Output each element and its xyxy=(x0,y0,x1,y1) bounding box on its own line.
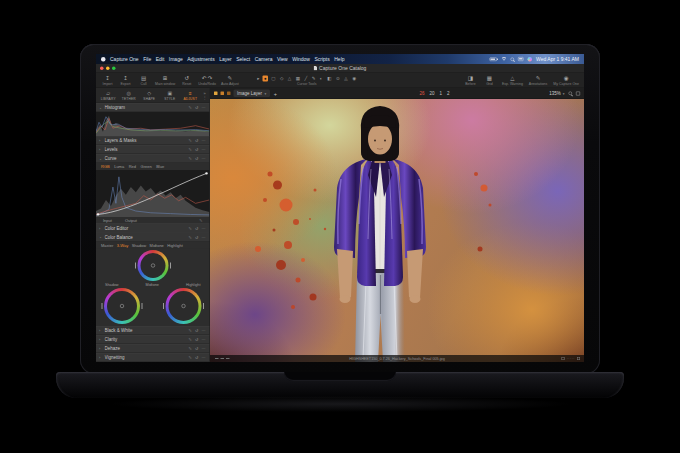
cursor-tool-icon[interactable]: ╱ xyxy=(303,75,309,81)
cursor-tool-icon[interactable]: ◇ xyxy=(278,75,284,81)
tool-tab[interactable]: ◇ Shape xyxy=(139,91,160,100)
curve-channel-tab[interactable]: Blue xyxy=(156,164,164,169)
panel-header-icons[interactable]: ✎ ↺ ⋯ xyxy=(189,105,207,110)
layer-selector[interactable]: Image Layer ▾ xyxy=(234,90,270,98)
zoom-level-control[interactable]: 135% ▾ xyxy=(549,91,564,96)
menu-item[interactable]: Camera xyxy=(255,56,273,62)
collapse-caret-icon[interactable]: ⌄ xyxy=(99,106,103,110)
toolbar-button[interactable]: ↺ Reset xyxy=(180,73,193,88)
menu-item[interactable]: Layer xyxy=(219,56,232,62)
panel-header-icons[interactable]: ✎ ↺ ⋯ xyxy=(189,346,207,351)
cursor-tool-icon[interactable]: ● xyxy=(262,75,268,81)
toolbar-button[interactable]: ✎ Auto Adjust xyxy=(221,73,239,88)
collapse-caret-icon[interactable]: › xyxy=(99,338,103,342)
tool-tab[interactable]: ≡ Adjust xyxy=(180,91,201,100)
toolbar-button[interactable]: ◉ My Capture One xyxy=(553,73,579,88)
panel-header-icons[interactable]: ✎ ↺ ⋯ xyxy=(189,138,207,143)
toolbar-button[interactable]: ◨ Before xyxy=(464,73,477,88)
tool-tab[interactable]: ◎ Tether xyxy=(119,91,140,100)
collapse-caret-icon[interactable]: › xyxy=(99,329,103,333)
cursor-tool-icon[interactable]: ◐ xyxy=(319,75,325,81)
curve-channel-tab[interactable]: Red xyxy=(129,164,136,169)
siri-icon[interactable] xyxy=(528,57,533,62)
cursor-tool-icon[interactable]: ⊙ xyxy=(335,75,342,81)
midtone-color-wheel[interactable] xyxy=(137,250,168,281)
panel-header-curve[interactable]: ⌄ Curve ✎ ↺ ⋯ xyxy=(96,154,210,163)
spotlight-search-icon[interactable] xyxy=(511,57,515,61)
control-center-icon[interactable] xyxy=(518,57,524,61)
cursor-tool-icon[interactable]: ▢ xyxy=(270,75,277,81)
collapse-caret-icon[interactable]: › xyxy=(99,226,103,230)
panel-header[interactable]: › Color Editor ✎ ↺ ⋯ xyxy=(96,224,210,233)
menu-item[interactable]: Adjustments xyxy=(187,56,215,62)
toolbar-button[interactable]: ⊞ Main window xyxy=(155,73,175,88)
layer-color-chip[interactable] xyxy=(221,92,225,96)
rating-dots-icon[interactable]: ····· xyxy=(567,357,575,361)
panel-header[interactable]: › Levels ✎ ↺ ⋯ xyxy=(96,145,210,154)
fit-to-screen-icon[interactable] xyxy=(576,91,580,95)
collapse-caret-icon[interactable]: › xyxy=(99,139,103,143)
panel-header[interactable]: › Layers & Masks ✎ ↺ ⋯ xyxy=(96,136,210,145)
cursor-tool-icon[interactable]: ◬ xyxy=(343,75,349,81)
panel-header-icons[interactable]: ✎ ↺ ⋯ xyxy=(189,147,207,152)
color-balance-tab[interactable]: Highlight xyxy=(167,243,183,248)
menu-item[interactable]: Help xyxy=(334,56,344,62)
shadow-color-wheel[interactable] xyxy=(104,288,140,324)
tool-tab[interactable]: ▣ Style xyxy=(160,91,181,100)
panel-header-icons[interactable]: ✎ ↺ ⋯ xyxy=(189,337,207,342)
delete-icon[interactable] xyxy=(577,357,580,360)
close-window-button[interactable] xyxy=(100,67,104,71)
zoom-window-button[interactable] xyxy=(112,67,116,71)
collapse-caret-icon[interactable]: ⌄ xyxy=(99,235,103,239)
curve-picker-icon[interactable]: ✎ xyxy=(199,218,202,223)
panel-header-icons[interactable]: ✎ ↺ ⋯ xyxy=(189,355,207,360)
menu-item[interactable]: Scripts xyxy=(314,56,329,62)
collapse-caret-icon[interactable]: ⌄ xyxy=(99,156,103,160)
curve-chart[interactable] xyxy=(96,170,210,217)
menu-item[interactable]: Edit xyxy=(156,56,165,62)
panel-header-histogram[interactable]: ⌄ Histogram ✎ ↺ ⋯ xyxy=(96,103,210,112)
toolbar-button[interactable]: ↧ Import xyxy=(101,73,114,88)
cursor-tool-icon[interactable]: △ xyxy=(286,75,292,81)
toolbar-button[interactable]: ▤ Cull xyxy=(137,73,150,88)
toolbar-button[interactable]: ▦ Grid xyxy=(483,73,496,88)
magnifier-icon[interactable] xyxy=(569,92,573,96)
panel-header[interactable]: › Dehaze ✎ ↺ ⋯ xyxy=(96,344,210,353)
collapse-caret-icon[interactable]: › xyxy=(99,148,103,152)
panel-header-icons[interactable]: ✎ ↺ ⋯ xyxy=(189,328,207,333)
wifi-icon[interactable] xyxy=(501,57,507,61)
panel-header[interactable]: › Vignetting ✎ ↺ ⋯ xyxy=(96,353,210,362)
cursor-tool-icon[interactable]: ◧ xyxy=(326,75,333,81)
color-balance-tab[interactable]: Master xyxy=(101,243,113,248)
color-balance-tab[interactable]: Shadow xyxy=(132,243,146,248)
layer-color-chip[interactable] xyxy=(227,92,231,96)
tool-tab[interactable]: ▱ Library xyxy=(98,91,119,100)
panel-header-icons[interactable]: ✎ ↺ ⋯ xyxy=(189,235,207,240)
menu-item[interactable]: Select xyxy=(236,56,250,62)
apple-logo-icon[interactable] xyxy=(101,57,106,62)
menu-item[interactable]: View xyxy=(277,56,288,62)
curve-channel-tab[interactable]: Luma xyxy=(114,164,124,169)
color-balance-tab[interactable]: 3-Way xyxy=(117,243,128,248)
toolbar-button[interactable]: ↶ ↷ Undo/Redo xyxy=(198,73,216,88)
color-balance-tab[interactable]: Midtone xyxy=(150,243,164,248)
cursor-tool-icon[interactable]: ◉ xyxy=(351,75,358,81)
photo-canvas[interactable]: HIGHSHEET150_0.7.26_Hackery_Schools_Fina… xyxy=(210,99,584,362)
toolbar-button[interactable]: ✎ Annotations xyxy=(529,73,547,88)
curve-channel-tab[interactable]: Green xyxy=(141,164,152,169)
panel-header-icons[interactable]: ✎ ↺ ⋯ xyxy=(189,226,207,231)
cursor-tool-icon[interactable]: ▦ xyxy=(294,75,301,81)
menu-item[interactable]: Window xyxy=(292,56,310,62)
proof-view-icon[interactable] xyxy=(562,357,565,360)
toolbar-button[interactable]: ↥ Export xyxy=(119,73,132,88)
panel-header-icons[interactable]: ✎ ↺ ⋯ xyxy=(189,156,207,161)
cursor-tool-icon[interactable]: ▸ xyxy=(256,75,261,81)
highlight-color-wheel[interactable] xyxy=(166,288,202,324)
minimize-window-button[interactable] xyxy=(106,67,110,71)
panel-header[interactable]: › Clarity ✎ ↺ ⋯ xyxy=(96,335,210,344)
cursor-tool-icon[interactable]: ✎ xyxy=(310,75,317,81)
menu-bar-clock[interactable]: Wed Apr 1 9:41 AM xyxy=(536,56,579,62)
battery-icon[interactable] xyxy=(490,57,498,61)
curve-channel-tab[interactable]: RGB xyxy=(101,164,110,169)
layer-color-chip[interactable] xyxy=(214,92,218,96)
